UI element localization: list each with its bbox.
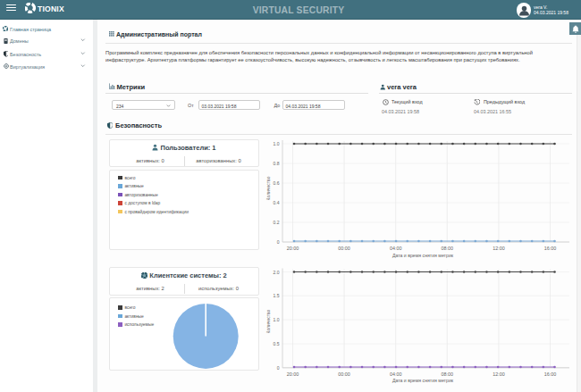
svg-text:1.0: 1.0 — [274, 317, 280, 322]
svg-text:12:00: 12:00 — [493, 371, 505, 377]
svg-text:00:00: 00:00 — [338, 371, 350, 377]
svg-text:00:00: 00:00 — [338, 246, 350, 251]
svg-text:0.6: 0.6 — [274, 180, 280, 186]
svg-text:0.4: 0.4 — [274, 200, 280, 205]
svg-text:20:00: 20:00 — [287, 246, 299, 251]
svg-text:0.5: 0.5 — [274, 341, 280, 346]
svg-text:0: 0 — [277, 365, 280, 371]
svg-text:08:00: 08:00 — [442, 371, 454, 377]
svg-text:0.2: 0.2 — [274, 220, 280, 225]
svg-text:Количество: Количество — [265, 309, 271, 333]
svg-text:Дата и время снятия метрик: Дата и время снятия метрик — [392, 378, 454, 383]
svg-text:Количество: Количество — [265, 176, 271, 200]
svg-text:1.5: 1.5 — [274, 293, 280, 298]
svg-text:16:00: 16:00 — [544, 246, 557, 251]
svg-text:2.0: 2.0 — [274, 270, 280, 275]
svg-text:16:00: 16:00 — [544, 371, 557, 377]
svg-text:0: 0 — [277, 239, 280, 245]
svg-text:Дата и время снятия метрик: Дата и время снятия метрик — [392, 253, 454, 258]
svg-text:12:00: 12:00 — [493, 246, 505, 251]
svg-text:20:00: 20:00 — [287, 371, 299, 377]
svg-text:04:00: 04:00 — [390, 246, 402, 251]
svg-text:1.0: 1.0 — [274, 141, 280, 146]
svg-text:0.8: 0.8 — [274, 161, 280, 166]
svg-text:08:00: 08:00 — [442, 246, 454, 251]
svg-text:04:00: 04:00 — [390, 371, 402, 377]
